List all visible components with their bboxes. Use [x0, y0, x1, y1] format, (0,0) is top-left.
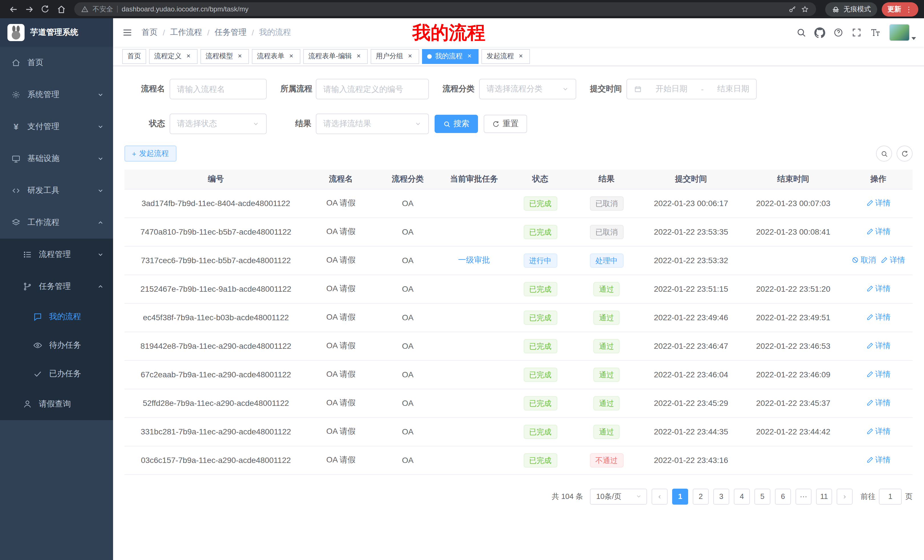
status-select[interactable]: 请选择状态 — [170, 114, 267, 134]
goto-page-input[interactable] — [879, 488, 902, 505]
detail-link[interactable]: 详情 — [866, 312, 891, 322]
browser-reload-button[interactable] — [38, 2, 52, 16]
detail-link[interactable]: 详情 — [866, 398, 891, 408]
result-select[interactable]: 请选择流结果 — [316, 114, 429, 134]
process-def-input-field[interactable] — [323, 84, 422, 94]
page-button[interactable]: 11 — [816, 488, 832, 505]
tab-process-form-edit[interactable]: 流程表单-编辑× — [303, 49, 368, 64]
category-select[interactable]: 请选择流程分类 — [479, 79, 576, 99]
star-icon — [801, 5, 809, 13]
edit-icon — [880, 257, 888, 264]
cell-id: 67c2eaab-7b9a-11ec-a290-acde48001122 — [124, 360, 307, 389]
help-button[interactable] — [833, 27, 843, 38]
cell-id: 03c6c157-7b9a-11ec-a290-acde48001122 — [124, 446, 307, 475]
start-process-button[interactable]: + 发起流程 — [124, 145, 176, 162]
reset-button[interactable]: 重置 — [484, 115, 527, 133]
close-icon[interactable]: × — [517, 52, 525, 60]
sidebar-item-system[interactable]: 系统管理 — [0, 79, 113, 111]
browser-update-button[interactable]: 更新 ⋮ — [882, 2, 918, 16]
header-search-button[interactable] — [796, 27, 806, 38]
github-button[interactable] — [814, 27, 825, 38]
user-menu[interactable] — [889, 24, 916, 41]
page-button[interactable]: 5 — [754, 488, 770, 505]
sidebar-toggle-button[interactable] — [113, 27, 142, 38]
submit-time-range-picker[interactable]: 开始日期 - 结束日期 — [627, 79, 757, 99]
sidebar-item-todo-tasks[interactable]: 待办任务 — [0, 331, 113, 359]
page-button[interactable]: 4 — [734, 488, 750, 505]
prev-page-button[interactable]: ‹ — [652, 488, 668, 505]
filter-submit-time: 提交时间 开始日期 - 结束日期 — [590, 79, 757, 99]
detail-link[interactable]: 详情 — [866, 227, 891, 237]
tab-user-group[interactable]: 用户分组× — [370, 49, 419, 64]
detail-link[interactable]: 详情 — [866, 427, 891, 437]
next-page-button[interactable]: › — [837, 488, 853, 505]
search-button[interactable]: 搜索 — [435, 115, 478, 133]
sidebar-item-home[interactable]: 首页 — [0, 47, 113, 79]
page-button[interactable]: 6 — [775, 488, 791, 505]
cell-task — [441, 217, 507, 246]
password-key-button[interactable] — [788, 5, 796, 13]
breadcrumb-item[interactable]: 工作流程 — [170, 27, 202, 38]
detail-link[interactable]: 详情 — [866, 369, 891, 380]
sidebar-item-process-management[interactable]: 流程管理 — [0, 239, 113, 271]
tab-process-definition[interactable]: 流程定义× — [149, 49, 198, 64]
detail-link[interactable]: 详情 — [866, 284, 891, 294]
refresh-table-button[interactable] — [897, 145, 913, 162]
close-icon[interactable]: × — [355, 52, 363, 60]
show-search-button[interactable] — [876, 145, 892, 162]
cell-id: 819442e8-7b9a-11ec-a290-acde48001122 — [124, 332, 307, 360]
cancel-link[interactable]: 取消 — [852, 255, 876, 265]
process-name-input[interactable] — [170, 79, 267, 99]
browser-home-button[interactable] — [54, 2, 69, 16]
sidebar-item-label: 研发工具 — [27, 186, 59, 196]
sidebar-item-done-tasks[interactable]: 已办任务 — [0, 359, 113, 388]
browser-back-button[interactable] — [6, 2, 21, 16]
sidebar-item-payment[interactable]: ¥ 支付管理 — [0, 111, 113, 143]
list-icon — [23, 250, 32, 259]
font-size-button[interactable] — [870, 27, 881, 38]
incognito-icon — [831, 5, 840, 13]
page-size-select[interactable]: 10条/页 — [590, 488, 647, 505]
browser-menu-icon[interactable]: ⋮ — [905, 5, 913, 13]
table-row: 819442e8-7b9a-11ec-a290-acde48001122 OA … — [124, 332, 913, 360]
detail-link[interactable]: 详情 — [880, 255, 905, 265]
detail-link[interactable]: 详情 — [866, 455, 891, 465]
close-icon[interactable]: × — [287, 52, 295, 60]
bookmark-star-button[interactable] — [801, 5, 809, 13]
page-button[interactable]: 3 — [713, 488, 729, 505]
sidebar-item-devtools[interactable]: 研发工具 — [0, 175, 113, 207]
current-task-link[interactable]: 一级审批 — [458, 255, 490, 265]
browser-forward-button[interactable] — [22, 2, 36, 16]
address-bar[interactable]: 不安全 dashboard.yudao.iocoder.cn/bpm/task/… — [74, 2, 816, 16]
app-logo[interactable]: 芋道管理系统 — [0, 18, 113, 47]
page-button[interactable]: 1 — [672, 488, 688, 505]
date-separator: - — [701, 84, 704, 94]
tabs-bar: 首页 流程定义× 流程模型× 流程表单× 流程表单-编辑× 用户分组× 我的流程… — [113, 47, 924, 66]
sidebar-item-workflow[interactable]: 工作流程 — [0, 207, 113, 239]
close-icon[interactable]: × — [184, 52, 192, 60]
fullscreen-button[interactable] — [852, 27, 862, 38]
tab-process-form[interactable]: 流程表单× — [252, 49, 300, 64]
tab-home[interactable]: 首页 — [122, 49, 146, 64]
breadcrumb-item[interactable]: 首页 — [142, 27, 158, 38]
sidebar-item-infrastructure[interactable]: 基础设施 — [0, 143, 113, 175]
page-url: dashboard.yudao.iocoder.cn/bpm/task/my — [122, 5, 248, 13]
tab-my-processes[interactable]: 我的流程× — [422, 49, 478, 64]
chevron-down-icon — [562, 85, 569, 93]
detail-link[interactable]: 详情 — [866, 341, 891, 351]
detail-link[interactable]: 详情 — [866, 198, 891, 208]
more-pages-button[interactable]: ··· — [795, 488, 812, 505]
close-icon[interactable]: × — [465, 52, 473, 60]
sidebar-item-leave-query[interactable]: 请假查询 — [0, 388, 113, 420]
close-icon[interactable]: × — [236, 52, 244, 60]
process-name-input-field[interactable] — [177, 84, 259, 94]
tab-process-model[interactable]: 流程模型× — [201, 49, 249, 64]
process-def-input[interactable] — [316, 79, 429, 99]
sidebar-item-task-management[interactable]: 任务管理 — [0, 271, 113, 302]
page-button[interactable]: 2 — [693, 488, 709, 505]
tab-start-process[interactable]: 发起流程× — [482, 49, 530, 64]
person-icon — [23, 400, 32, 409]
close-icon[interactable]: × — [406, 52, 414, 60]
breadcrumb-item[interactable]: 任务管理 — [215, 27, 247, 38]
sidebar-item-my-processes[interactable]: 我的流程 — [0, 302, 113, 331]
